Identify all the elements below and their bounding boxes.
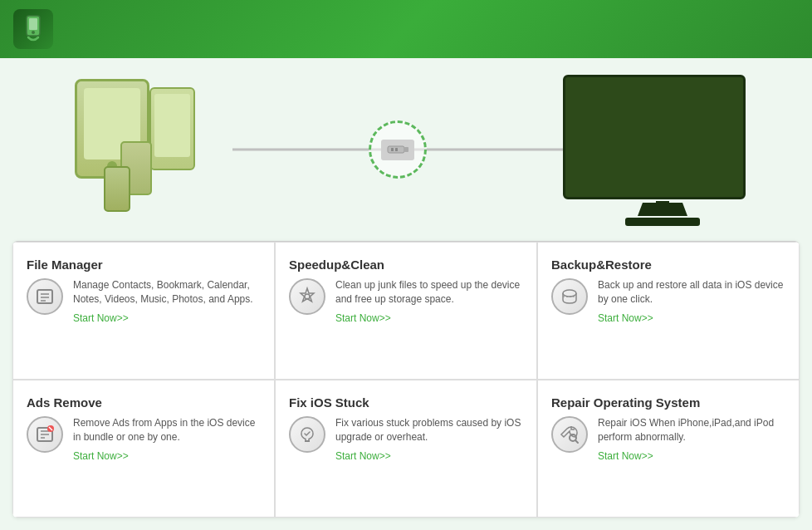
feature-desc-ads-remove: Remove Ads from Apps in the iOS device i… bbox=[73, 416, 261, 444]
feature-icon-file-manager bbox=[27, 278, 63, 315]
feature-body-fix-ios-stuck: Fix various stuck problems caused by iOS… bbox=[289, 416, 523, 463]
feature-text-backup-restore: Back up and restore all data in iOS devi… bbox=[598, 278, 785, 325]
feature-title-repair-os: Repair Operating System bbox=[551, 395, 785, 410]
features-grid: File Manager Manage Contacts, Bookmark, … bbox=[12, 241, 800, 518]
feature-icon-repair-os bbox=[551, 416, 588, 453]
svg-rect-6 bbox=[395, 148, 398, 151]
feature-card-repair-os: Repair Operating System Repair iOS When … bbox=[537, 380, 800, 518]
minimize-button[interactable] bbox=[772, 26, 782, 32]
feature-desc-fix-ios-stuck: Fix various stuck problems caused by iOS… bbox=[335, 416, 523, 444]
feature-icon-ads-remove bbox=[27, 416, 63, 453]
feature-link-speedup-clean[interactable]: Start Now>> bbox=[335, 312, 391, 324]
svg-rect-1 bbox=[29, 18, 37, 30]
feature-body-speedup-clean: Clean up junk files to speed up the devi… bbox=[289, 278, 523, 325]
svg-point-2 bbox=[32, 31, 35, 34]
feature-card-fix-ios-stuck: Fix iOS Stuck Fix various stuck problems… bbox=[275, 380, 537, 518]
feature-link-fix-ios-stuck[interactable]: Start Now>> bbox=[335, 450, 391, 462]
feature-title-speedup-clean: Speedup&Clean bbox=[289, 258, 523, 272]
svg-point-12 bbox=[563, 290, 576, 297]
feature-title-file-manager: File Manager bbox=[27, 258, 261, 272]
close-button[interactable] bbox=[789, 26, 799, 32]
feature-body-ads-remove: Remove Ads from Apps in the iOS device i… bbox=[27, 416, 261, 463]
title-bar-left bbox=[13, 9, 63, 49]
feature-card-file-manager: File Manager Manage Contacts, Bookmark, … bbox=[12, 242, 275, 380]
feature-text-speedup-clean: Clean up junk files to speed up the devi… bbox=[335, 278, 523, 325]
feature-text-ads-remove: Remove Ads from Apps in the iOS device i… bbox=[73, 416, 261, 463]
usb-inner bbox=[381, 140, 414, 160]
feature-card-ads-remove: Ads Remove Remove Ads from Apps in the i… bbox=[12, 380, 275, 518]
ipod-device bbox=[104, 166, 130, 212]
app-icon bbox=[13, 9, 53, 49]
feature-icon-speedup-clean bbox=[289, 278, 325, 315]
feature-icon-fix-ios-stuck bbox=[289, 416, 325, 453]
feature-link-repair-os[interactable]: Start Now>> bbox=[598, 450, 653, 462]
cable-area bbox=[232, 120, 563, 179]
hero-section bbox=[0, 58, 812, 241]
info-icon[interactable] bbox=[756, 26, 766, 32]
usb-connector bbox=[369, 120, 427, 179]
feature-desc-speedup-clean: Clean up junk files to speed up the devi… bbox=[335, 278, 523, 307]
feature-desc-backup-restore: Back up and restore all data in iOS devi… bbox=[598, 278, 785, 307]
feature-body-file-manager: Manage Contacts, Bookmark, Calendar, Not… bbox=[27, 278, 261, 325]
title-bar bbox=[0, 0, 812, 58]
feature-icon-backup-restore bbox=[551, 278, 588, 315]
menu-icon[interactable] bbox=[722, 26, 732, 32]
title-bar-controls bbox=[722, 26, 799, 32]
feature-title-backup-restore: Backup&Restore bbox=[551, 258, 785, 272]
feature-text-repair-os: Repair iOS When iPhone,iPad,and iPod per… bbox=[598, 416, 785, 463]
svg-rect-5 bbox=[391, 148, 394, 151]
monitor-screen bbox=[563, 75, 746, 199]
devices-illustration bbox=[50, 75, 232, 224]
svg-rect-4 bbox=[404, 147, 408, 152]
feature-link-ads-remove[interactable]: Start Now>> bbox=[73, 450, 129, 462]
monitor-illustration bbox=[563, 75, 762, 224]
feature-body-repair-os: Repair iOS When iPhone,iPad,and iPod per… bbox=[551, 416, 785, 463]
svg-line-22 bbox=[575, 440, 578, 443]
feature-body-backup-restore: Back up and restore all data in iOS devi… bbox=[551, 278, 785, 325]
cart-icon[interactable] bbox=[739, 26, 749, 32]
feature-card-backup-restore: Backup&Restore Back up and restore all d… bbox=[537, 242, 800, 380]
feature-card-speedup-clean: Speedup&Clean Clean up junk files to spe… bbox=[275, 242, 537, 380]
phone-device bbox=[149, 87, 195, 170]
feature-title-fix-ios-stuck: Fix iOS Stuck bbox=[289, 395, 523, 410]
main-content: File Manager Manage Contacts, Bookmark, … bbox=[0, 58, 812, 530]
feature-link-file-manager[interactable]: Start Now>> bbox=[73, 312, 129, 324]
feature-text-fix-ios-stuck: Fix various stuck problems caused by iOS… bbox=[335, 416, 523, 463]
feature-link-backup-restore[interactable]: Start Now>> bbox=[598, 312, 653, 324]
feature-desc-file-manager: Manage Contacts, Bookmark, Calendar, Not… bbox=[73, 278, 261, 307]
feature-title-ads-remove: Ads Remove bbox=[27, 395, 261, 410]
feature-desc-repair-os: Repair iOS When iPhone,iPad,and iPod per… bbox=[598, 416, 785, 444]
feature-text-file-manager: Manage Contacts, Bookmark, Calendar, Not… bbox=[73, 278, 261, 325]
